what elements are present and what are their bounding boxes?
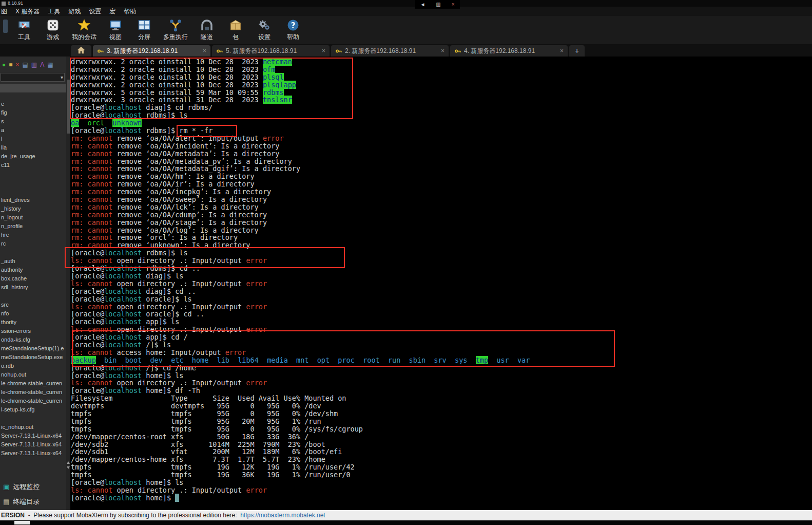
close-tab-icon[interactable]: × bbox=[203, 47, 206, 54]
file-item[interactable]: c11 bbox=[0, 161, 66, 170]
file-item[interactable]: ssion-errors bbox=[0, 327, 66, 335]
file-item[interactable]: le-chrome-stable_curren bbox=[0, 379, 66, 388]
file-item[interactable] bbox=[0, 178, 66, 187]
terminal-text: [oracle@ bbox=[71, 494, 104, 502]
sidebar-path-combobox[interactable]: ▾ bbox=[1, 73, 65, 82]
panel-icon[interactable]: ▤ bbox=[23, 60, 28, 70]
file-item[interactable]: de_jre_usage bbox=[0, 152, 66, 161]
close-tab-icon[interactable]: × bbox=[560, 47, 564, 54]
status-link[interactable]: https://mobaxterm.mobatek.net bbox=[240, 512, 325, 519]
close-tab-icon[interactable]: × bbox=[322, 47, 325, 54]
terminal-text: netcman bbox=[263, 58, 292, 66]
remote-monitor-panel[interactable]: ▣远程监控 bbox=[0, 479, 66, 494]
terminal-text: unknown bbox=[112, 119, 142, 127]
toolbar-button-games[interactable]: 游戏 bbox=[41, 17, 65, 42]
file-item[interactable]: ic_nohup.out bbox=[0, 423, 66, 432]
menu-item-7[interactable]: 帮助 bbox=[120, 7, 140, 16]
file-item[interactable]: nohup.out bbox=[0, 370, 66, 379]
folder-icon[interactable]: ■ bbox=[9, 60, 12, 70]
file-item[interactable]: authority bbox=[0, 266, 66, 274]
sidebar-selected-row[interactable] bbox=[0, 84, 66, 92]
editor-icon[interactable]: ▥ bbox=[31, 60, 37, 70]
menu-item-5[interactable]: 设置 bbox=[85, 7, 105, 16]
font-icon[interactable]: A bbox=[40, 60, 44, 70]
file-item[interactable]: nfo bbox=[0, 309, 66, 318]
toolbar-button-help[interactable]: ?帮助 bbox=[281, 17, 305, 42]
file-item[interactable]: n_logout bbox=[0, 213, 66, 222]
terminal-line: tmpfs tmpfs 95G 20M 95G 1% /run bbox=[71, 418, 812, 425]
file-item[interactable]: sdl_history bbox=[0, 283, 66, 292]
menu-item-2[interactable]: X 服务器 bbox=[11, 7, 44, 16]
file-item[interactable]: Server-7.13.1-Linux-x64 bbox=[0, 449, 66, 458]
close-icon[interactable]: × bbox=[452, 0, 455, 9]
display-icon[interactable]: ▥ bbox=[436, 0, 440, 9]
file-item[interactable]: _history bbox=[0, 204, 66, 213]
terminal-text: localhost bbox=[104, 364, 142, 372]
scroll-up-icon[interactable] bbox=[67, 461, 70, 464]
toolbar-button-sessions[interactable]: 我的会话 bbox=[69, 17, 99, 42]
file-item[interactable]: l-setup-ks.cfg bbox=[0, 405, 66, 414]
session-tab-1[interactable]: 3. 新服务器192.168.18.91× bbox=[93, 45, 210, 57]
toolbar-button-tunnel[interactable]: 隧道 bbox=[195, 17, 219, 42]
menu-item-1[interactable]: 图 bbox=[0, 7, 11, 16]
session-tab-2[interactable]: 5. 新服务器192.168.18.91× bbox=[212, 45, 330, 57]
file-item[interactable]: meStandaloneSetup.exe bbox=[0, 353, 66, 362]
terminal-text bbox=[509, 356, 517, 364]
file-item[interactable] bbox=[0, 292, 66, 301]
file-item[interactable]: lient_drives bbox=[0, 196, 66, 204]
terminal-text: open directory .: Input/output bbox=[112, 486, 246, 494]
file-item[interactable] bbox=[0, 414, 66, 423]
terminal-line: [oracle@localhost diag]$ cd rdbms/ bbox=[71, 104, 812, 111]
menu-item-4[interactable]: 游戏 bbox=[64, 7, 85, 16]
toolbar-button-view[interactable]: 视图 bbox=[103, 17, 128, 42]
file-item[interactable] bbox=[0, 248, 66, 257]
terminal-folder-panel[interactable]: ▤终端目录 bbox=[0, 494, 66, 509]
speaker-muted-icon[interactable]: ◄ bbox=[420, 0, 425, 9]
file-item[interactable]: onda-ks.cfg bbox=[0, 335, 66, 344]
menu-item-3[interactable]: 工具 bbox=[44, 7, 64, 16]
file-item[interactable]: hrc bbox=[0, 231, 66, 239]
file-item[interactable] bbox=[0, 170, 66, 178]
grid-icon[interactable]: ▦ bbox=[47, 60, 53, 70]
file-item[interactable]: thority bbox=[0, 318, 66, 327]
scrollbar-thumb[interactable] bbox=[67, 80, 70, 134]
file-item[interactable] bbox=[0, 187, 66, 196]
terminal-text: bin bbox=[104, 356, 117, 364]
toolbar-button-settings[interactable]: 设置 bbox=[252, 17, 277, 42]
file-item[interactable]: _auth bbox=[0, 257, 66, 266]
new-tab-button[interactable]: + bbox=[569, 45, 585, 57]
home-tab[interactable] bbox=[71, 45, 91, 57]
toolbar-button-multiexec[interactable]: 多重执行 bbox=[161, 17, 190, 42]
toolbar-button-tools[interactable]: 工具 bbox=[12, 17, 36, 42]
toolbar-button-split[interactable]: 分屏 bbox=[132, 17, 157, 42]
sidebar-scrollbar[interactable] bbox=[66, 57, 70, 510]
terminal-text: remove ‘oa/OA/cdump’: Is a directory bbox=[112, 211, 267, 219]
taskbar-item[interactable] bbox=[14, 521, 30, 524]
file-item[interactable]: fig bbox=[0, 108, 66, 117]
menu-item-6[interactable]: 宏 bbox=[105, 7, 120, 16]
connect-icon[interactable]: ● bbox=[2, 60, 6, 70]
file-item[interactable]: e bbox=[0, 100, 66, 108]
file-item[interactable]: Server-7.13.1-Linux-x64 bbox=[0, 440, 66, 449]
file-item[interactable]: lla bbox=[0, 143, 66, 152]
file-item[interactable]: le-chrome-stable_curren bbox=[0, 388, 66, 397]
close-icon[interactable]: × bbox=[16, 60, 20, 70]
file-item[interactable]: o.rdb bbox=[0, 362, 66, 370]
scroll-down-icon[interactable] bbox=[67, 466, 70, 469]
terminal-output[interactable]: drwxrwxrwx. 2 oracle oinstall 10 Dec 28 … bbox=[70, 57, 812, 510]
file-item[interactable]: n_profile bbox=[0, 222, 66, 231]
session-tab-4[interactable]: 4. 新服务器192.168.18.91× bbox=[450, 45, 568, 57]
file-item[interactable]: meStandaloneSetup(1).e bbox=[0, 344, 66, 353]
file-item[interactable]: Server-7.13.1-Linux-x64 bbox=[0, 432, 66, 440]
file-item[interactable]: src bbox=[0, 301, 66, 309]
file-item[interactable]: s bbox=[0, 117, 66, 126]
session-tab-3[interactable]: 2. 新服务器192.168.18.91× bbox=[331, 45, 449, 57]
file-item[interactable]: l bbox=[0, 135, 66, 143]
file-item[interactable]: le-chrome-stable_curren bbox=[0, 397, 66, 405]
file-item[interactable]: a bbox=[0, 126, 66, 135]
terminal-text: remove ‘oa/OA/stage’: Is a directory bbox=[112, 218, 267, 227]
file-item[interactable]: box.cache bbox=[0, 274, 66, 283]
close-tab-icon[interactable]: × bbox=[441, 47, 444, 54]
file-item[interactable]: rc bbox=[0, 239, 66, 248]
toolbar-button-packages[interactable]: 包 bbox=[223, 17, 248, 42]
